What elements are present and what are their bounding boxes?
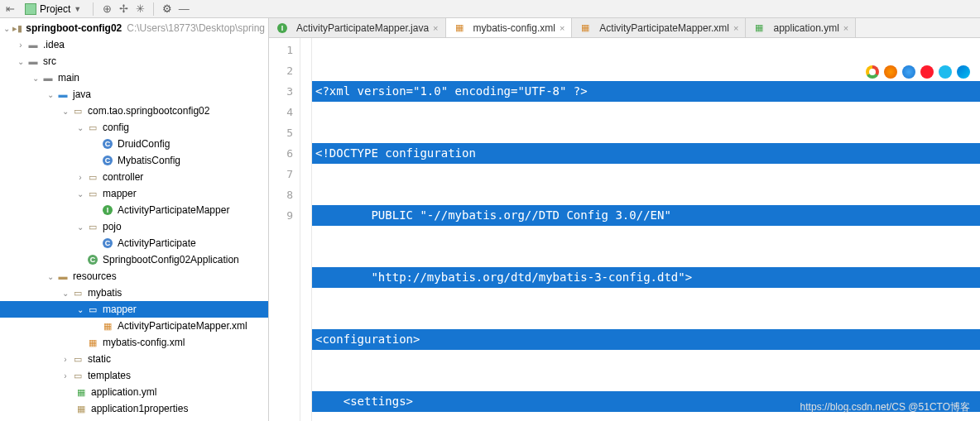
folder-icon: ▭ (71, 370, 84, 381)
tree-node-idea[interactable]: › ▬ .idea (0, 36, 268, 53)
editor-area[interactable]: 1 2 3 4 5 6 7 8 9 <?xml version="1.0" en… (269, 38, 980, 421)
close-icon[interactable]: × (433, 23, 438, 33)
tree-node-appyml[interactable]: ▦ application.yml (0, 384, 268, 400)
tree-node-controller[interactable]: › ▭ controller (0, 169, 268, 185)
tree-node-app[interactable]: C SpringbootConfig02Application (0, 251, 268, 268)
node-label: mybatis-config.xml (103, 337, 185, 348)
line-number: 8 (269, 184, 293, 205)
node-label: config (103, 122, 129, 133)
tree-node-templates[interactable]: › ▭ templates (0, 367, 268, 384)
chevron-icon[interactable]: ⌄ (45, 90, 56, 99)
tree-node-src[interactable]: ⌄ ▬ src (0, 53, 268, 69)
chevron-icon[interactable]: ⌄ (30, 74, 41, 83)
line-number: 1 (269, 40, 293, 60)
tree-root[interactable]: ⌄ ▸▮ springboot-config02 C:\Users\18773\… (0, 20, 268, 36)
tree-node-ap[interactable]: C ActivityParticipate (0, 235, 268, 251)
chevron-icon[interactable]: ⌄ (74, 123, 86, 132)
class-icon: C (86, 254, 99, 266)
chevron-icon[interactable]: ⌄ (74, 189, 86, 199)
node-label: static (88, 353, 111, 365)
tab-apm-xml[interactable]: ▦ ActivityParticipateMapper.xml × (572, 18, 746, 37)
tree-node-main[interactable]: ⌄ ▬ main (0, 69, 268, 86)
chevron-icon[interactable]: › (74, 173, 86, 182)
node-label: MybatisConfig (118, 155, 180, 166)
chevron-icon[interactable]: › (15, 41, 26, 50)
package-icon: ▭ (86, 188, 99, 199)
tree-node-config[interactable]: ⌄ ▭ config (0, 119, 268, 136)
node-label: java (73, 89, 91, 100)
folder-icon: ▬ (41, 72, 55, 84)
package-icon: ▭ (86, 171, 99, 183)
tree-node-apm[interactable]: I ActivityParticipateMapper (0, 202, 268, 218)
top-toolbar: ⇤ Project ▼ ⊕ ✢ ✳ ⚙ — (0, 0, 980, 18)
folder-icon: ▭ (86, 304, 99, 315)
node-label: com.tao.springbootconfig02 (88, 105, 209, 117)
hide-icon[interactable]: — (177, 2, 190, 16)
node-label: resources (73, 270, 117, 282)
collapse-all-icon[interactable]: ✳ (133, 2, 147, 16)
tree-node-mapper[interactable]: ⌄ ▭ mapper (0, 185, 268, 202)
tree-node-apmxml[interactable]: ▦ ActivityParticipateMapper.xml (0, 318, 268, 334)
safari-icon[interactable] (902, 65, 915, 79)
tree-node-mybatiscfg[interactable]: C MybatisConfig (0, 152, 268, 169)
gear-icon[interactable]: ⚙ (161, 2, 174, 16)
code-line: PUBLIC "-//mybatis.org//DTD Config 3.0//… (312, 205, 980, 226)
code-line: <!DOCTYPE configuration (312, 143, 980, 164)
folder-icon: ▬ (26, 39, 40, 50)
tree-node-resources[interactable]: ⌄ ▬ resources (0, 268, 268, 285)
chevron-icon[interactable]: ⌄ (60, 289, 71, 298)
class-icon: C (101, 138, 114, 150)
project-tree: ⌄ ▸▮ springboot-config02 C:\Users\18773\… (0, 18, 269, 421)
tree-node-mapper-folder[interactable]: ⌄ ▭ mapper (0, 301, 268, 318)
project-dropdown[interactable]: Project ▼ (20, 2, 86, 17)
chevron-icon[interactable]: ⌄ (74, 305, 86, 314)
node-label: application.yml (91, 386, 156, 398)
chevron-icon[interactable]: › (60, 355, 71, 364)
close-icon[interactable]: × (843, 23, 848, 33)
chevron-icon[interactable]: ⌄ (15, 57, 26, 66)
browser-preview-icons (866, 65, 970, 79)
resources-folder-icon: ▬ (56, 270, 70, 282)
fold-column[interactable] (300, 38, 312, 421)
chevron-icon[interactable]: ⌄ (45, 272, 56, 281)
node-label: controller (103, 171, 143, 183)
tree-node-mybatisxml[interactable]: ▦ mybatis-config.xml (0, 334, 268, 351)
class-icon: C (101, 155, 114, 166)
editor-panel: I ActivityParticipateMapper.java × ▦ myb… (269, 18, 980, 421)
class-icon: C (101, 237, 114, 249)
expand-all-icon[interactable]: ✢ (117, 2, 130, 16)
code-line: <configuration> (312, 329, 980, 350)
chevron-icon[interactable]: › (60, 371, 71, 380)
tab-application-yml[interactable]: ▦ application.yml × (746, 18, 856, 37)
collapse-icon[interactable]: ⇤ (3, 2, 17, 16)
interface-icon: I (101, 204, 114, 216)
code-line: <?xml version="1.0" encoding="UTF-8" ?> (312, 81, 980, 102)
chrome-icon[interactable] (866, 65, 879, 79)
chevron-icon[interactable]: ⌄ (60, 107, 71, 116)
folder-icon: ▭ (71, 287, 84, 299)
tree-node-pojo[interactable]: ⌄ ▭ pojo (0, 218, 268, 235)
project-icon (25, 3, 36, 15)
tree-node-druid[interactable]: C DruidConfig (0, 136, 268, 152)
tab-mybatis-config[interactable]: ▦ mybatis-config.xml × (446, 18, 573, 38)
edge-icon[interactable] (957, 65, 970, 79)
tree-node-java[interactable]: ⌄ ▬ java (0, 86, 268, 103)
close-icon[interactable]: × (733, 23, 738, 33)
chevron-icon[interactable]: ⌄ (2, 24, 12, 33)
line-number: 9 (269, 205, 293, 226)
select-opened-icon[interactable]: ⊕ (100, 2, 113, 16)
tree-node-static[interactable]: › ▭ static (0, 351, 268, 367)
firefox-icon[interactable] (884, 65, 897, 79)
tree-node-basepkg[interactable]: ⌄ ▭ com.tao.springbootconfig02 (0, 103, 268, 119)
line-gutter: 1 2 3 4 5 6 7 8 9 (269, 38, 300, 421)
tree-node-mybatis[interactable]: ⌄ ▭ mybatis (0, 285, 268, 301)
close-icon[interactable]: × (560, 23, 564, 33)
line-number: 3 (269, 81, 293, 102)
xml-file-icon: ▦ (86, 337, 99, 348)
code-area[interactable]: <?xml version="1.0" encoding="UTF-8" ?> … (312, 38, 980, 421)
chevron-icon[interactable]: ⌄ (74, 222, 86, 232)
tree-node-app1prop[interactable]: ▦ application1properties (0, 400, 268, 417)
tab-apm-java[interactable]: I ActivityParticipateMapper.java × (269, 18, 446, 37)
opera-icon[interactable] (920, 65, 934, 79)
ie-icon[interactable] (939, 65, 952, 79)
